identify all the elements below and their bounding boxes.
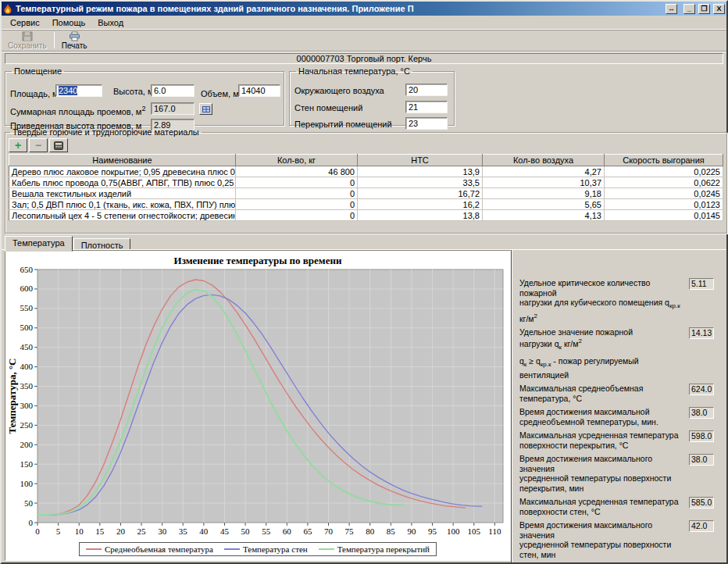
x-tick-label: 5 [56, 527, 61, 536]
result-value: 5.11 [689, 278, 714, 290]
x-tick-label: 45 [220, 527, 230, 536]
column-header-1[interactable]: Кол-во, кг [236, 155, 358, 166]
material-name-cell: Кабель плюс провода 0,75(АВВГ, АПВГ, ТПВ… [9, 177, 236, 188]
calculate-button[interactable] [49, 138, 68, 152]
result-value: 14.13 [689, 327, 714, 339]
material-value-cell: 46 800 [236, 166, 358, 177]
material-value-cell: 0 [236, 177, 358, 188]
menu-help[interactable]: Помощь [46, 16, 92, 29]
result-label: Удельное значение пожарнойнагрузки qк кг… [519, 327, 686, 353]
column-header-0[interactable]: Наименование [9, 155, 236, 166]
result-row: Максимальная среднеобъемная температура,… [519, 384, 726, 403]
volume-label: Объем, м3 [201, 87, 243, 98]
layout-switch-button[interactable]: ↔ [666, 4, 677, 14]
plot-area [37, 270, 503, 523]
openings-area-field: 167.0 [151, 102, 194, 115]
walls-temp-label: Стен помещений [294, 103, 362, 112]
y-tick-label: 150 [20, 459, 34, 469]
walls-temp-input[interactable]: 21 [405, 101, 448, 113]
menu-service[interactable]: Сервис [4, 16, 46, 29]
add-material-button[interactable]: + [9, 138, 27, 152]
table-row[interactable]: Дерево плюс лаковое покрытие; 0,95 древе… [9, 166, 723, 177]
printer-icon [69, 31, 80, 41]
legend-label: Температура перекрытий [337, 544, 430, 554]
remove-material-button[interactable]: − [29, 138, 48, 152]
result-row: qк ≥ qкр.к - пожар регулируемый вентиляц… [519, 356, 726, 380]
x-tick-label: 10 [75, 527, 84, 536]
openings-edit-button[interactable] [199, 103, 212, 115]
menu-exit[interactable]: Выход [91, 16, 130, 29]
y-tick-label: 400 [20, 362, 34, 371]
area-label: Площадь, м2 [10, 87, 62, 98]
result-value: 598.0 [689, 430, 714, 442]
x-tick-label: 25 [137, 527, 147, 536]
y-tick-label: 50 [24, 498, 34, 508]
y-tick-label: 650 [20, 265, 34, 274]
result-label: qк ≥ qкр.к - пожар регулируемый вентиляц… [519, 356, 686, 380]
area-input[interactable]: 2340 [55, 84, 102, 97]
material-value-cell: 4,13 [483, 210, 605, 221]
material-value-cell: 16,72 [358, 188, 483, 199]
result-row: Время достижения максимального значенияу… [519, 454, 726, 493]
x-tick-label: 35 [179, 527, 188, 536]
air-temp-input[interactable]: 20 [405, 84, 448, 96]
result-row: Удельное значение пожарнойнагрузки qк кг… [519, 327, 726, 353]
y-tick-label: 300 [20, 401, 34, 410]
material-value-cell: 0 [236, 199, 358, 210]
material-value-cell: 0 [236, 188, 358, 199]
column-header-3[interactable]: Кол-во воздуха [483, 155, 605, 166]
minimize-icon: _ [687, 5, 691, 12]
x-tick-label: 110 [488, 527, 501, 536]
tab-temperature[interactable]: Температура [5, 236, 73, 252]
volume-input[interactable]: 14040 [238, 84, 280, 97]
maximize-button[interactable]: ❐ [698, 4, 710, 14]
y-tick-label: 450 [20, 342, 34, 352]
table-row[interactable]: Кабель плюс провода 0,75(АВВГ, АПВГ, ТПВ… [9, 177, 723, 188]
table-row[interactable]: Вешала текстильных изделий016,729,180,02… [9, 188, 723, 199]
material-value-cell: 0,0245 [605, 188, 723, 199]
window-grid-icon [202, 106, 210, 112]
material-name-cell: Зал; 0,5 ДВП плюс 0,1 (ткань, икс. кожа,… [9, 199, 236, 210]
material-value-cell: 5,65 [483, 199, 605, 210]
result-value: 42.0 [689, 520, 714, 532]
y-tick-label: 350 [20, 381, 34, 391]
y-axis-label: Температура, °С [6, 359, 18, 434]
close-button[interactable]: X [713, 4, 725, 14]
material-name-cell: Вешала текстильных изделий [9, 188, 236, 199]
title-bar: Температурный режим пожара в помещениях … [2, 2, 726, 16]
window-title: Температурный режим пожара в помещениях … [16, 4, 662, 13]
x-tick-label: 70 [324, 527, 334, 536]
height-label: Высота, м [113, 87, 153, 96]
column-header-4[interactable]: Скорость выгорания [605, 155, 723, 166]
legend-item: Температура перекрытий [319, 544, 430, 554]
legend-line-swatch [224, 548, 240, 550]
x-tick-label: 80 [366, 527, 375, 536]
toolbar: Сохранить Печать [2, 30, 726, 52]
object-name: 0000007703 Торговый порт. Керчь [297, 54, 432, 63]
calculator-icon [54, 141, 63, 150]
material-value-cell: 0,0225 [605, 166, 723, 177]
result-row: Максимальная усредненная температурапове… [519, 430, 726, 450]
legend-label: Среднеобъемная температура [105, 544, 213, 554]
result-row: Максимальная усредненная температурапове… [519, 497, 726, 516]
app-window: Температурный режим пожара в помещениях … [0, 0, 728, 564]
maximize-icon: ❐ [701, 5, 707, 12]
table-row[interactable]: Лесопильный цех 4 - 5 степени огнестойко… [9, 210, 723, 221]
materials-header-row: НаименованиеКол-во, кгНТСКол-во воздухаС… [9, 155, 723, 166]
arrows-icon: ↔ [668, 5, 675, 12]
result-value: 38.0 [689, 454, 714, 466]
print-button[interactable]: Печать [57, 30, 92, 50]
y-tick-label: 600 [20, 284, 34, 293]
toolbar-separator [54, 32, 55, 48]
table-row[interactable]: Зал; 0,5 ДВП плюс 0,1 (ткань, икс. кожа,… [9, 199, 723, 210]
column-header-2[interactable]: НТС [358, 155, 483, 166]
height-input[interactable]: 6.0 [151, 84, 194, 97]
minimize-button[interactable]: _ [683, 4, 695, 14]
material-value-cell: 0,0622 [605, 177, 723, 188]
result-row: Время достижения максимальнойсреднеобъем… [519, 407, 726, 427]
initial-temp-groupbox: Начальная температура, °С Окружающего во… [289, 66, 455, 126]
x-tick-label: 30 [158, 527, 167, 536]
save-button[interactable]: Сохранить [3, 30, 52, 50]
material-value-cell: 9,18 [483, 188, 605, 199]
material-value-cell: 13,8 [358, 210, 483, 221]
